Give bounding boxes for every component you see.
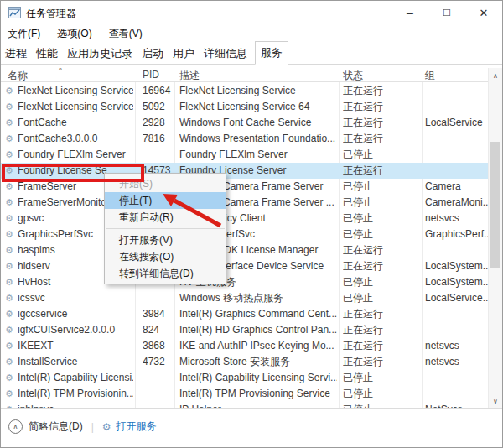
cell-description: Windows 移动热点服务 — [179, 290, 337, 306]
service-gear-icon: ⚙ — [5, 370, 13, 386]
cell-pid: 16964 — [143, 83, 173, 99]
table-row[interactable]: ⚙FlexNet Licensing Service...5092FlexNet… — [1, 99, 490, 115]
menu-item[interactable]: 转到详细信息(D) — [105, 265, 226, 282]
service-gear-icon: ⚙ — [5, 274, 13, 290]
menu-bar: 文件(F) 选项(O) 查看(V) — [1, 24, 502, 44]
cell-group: netsvcs — [425, 338, 489, 354]
service-gear-icon: ⚙ — [5, 147, 13, 163]
cell-group: LocalSystem... — [425, 258, 489, 274]
cell-status: 已停止 — [343, 386, 420, 402]
header-group[interactable]: 组 — [425, 69, 435, 83]
table-row[interactable]: ⚙Foundry License Se14573Foundry License … — [1, 163, 490, 179]
collapse-chevron-icon[interactable]: ∧ — [8, 419, 23, 434]
tab-app-history[interactable]: 应用历史记录 — [65, 43, 134, 64]
tab-processes[interactable]: 进程 — [3, 43, 29, 64]
table-row[interactable]: ⚙InstallService4732Microsoft Store 安装服务正… — [1, 354, 490, 370]
cell-name: FlexNet Licensing Service — [18, 83, 133, 99]
cell-description: Intel(R) TPM Provisioning Service — [179, 386, 337, 402]
cell-group: netsvcs — [425, 211, 489, 227]
cell-name: IKEEXT — [18, 338, 133, 354]
cell-status: 正在运行 — [343, 242, 420, 258]
scroll-down-icon[interactable]: ∨ — [489, 395, 502, 408]
context-menu: 开始(S)停止(T)重新启动(R)打开服务(V)在线搜索(O)转到详细信息(D) — [104, 173, 226, 284]
menu-separator — [106, 228, 225, 229]
table-row[interactable]: ⚙icssvcWindows 移动热点服务已停止LocalService... — [1, 290, 490, 306]
cell-name: FontCache — [18, 115, 133, 131]
menu-options[interactable]: 选项(O) — [57, 27, 91, 41]
cell-status: 正在运行 — [343, 258, 420, 274]
cell-group: GraphicsPerf... — [425, 227, 489, 242]
service-gear-icon: ⚙ — [5, 354, 13, 370]
detail-toggle-label[interactable]: 简略信息(D) — [29, 419, 83, 434]
header-description[interactable]: 描述 — [179, 69, 200, 83]
service-gear-icon: ⚙ — [5, 195, 13, 211]
tab-services[interactable]: 服务 — [255, 41, 288, 65]
cell-status: 正在运行 — [343, 131, 420, 147]
cell-status: 已停止 — [343, 274, 420, 290]
table-row[interactable]: ⚙IKEEXT3868IKE and AuthIP IPsec Keying M… — [1, 338, 490, 354]
table-row[interactable]: ⚙igfxCUIService2.0.0.0824Intel(R) HD Gra… — [1, 322, 490, 338]
service-gear-icon: ⚙ — [5, 322, 13, 338]
vertical-scrollbar[interactable]: ∧ ∨ — [488, 68, 502, 409]
table-row[interactable]: ⚙FrameServerMonitorWindows Camera Frame … — [1, 195, 490, 211]
service-gear-icon: ⚙ — [5, 211, 13, 227]
scrollbar-thumb[interactable] — [490, 142, 500, 268]
app-icon — [8, 7, 21, 18]
cell-name: InstallService — [18, 354, 133, 370]
cell-group: Camera — [425, 179, 489, 195]
minimize-button[interactable]: – — [392, 1, 428, 24]
table-row[interactable]: ⚙FontCache3.0.0.07816Windows Presentatio… — [1, 131, 490, 147]
task-manager-window: 任务管理器 – ☐ ✕ 文件(F) 选项(O) 查看(V) 进程性能应用历史记录… — [0, 0, 503, 448]
tab-performance[interactable]: 性能 — [34, 43, 60, 64]
cell-description: IKE and AuthIP IPsec Keying Mo... — [179, 338, 337, 354]
cell-group: LocalService... — [425, 290, 489, 306]
table-body: ⚙FlexNet Licensing Service16964FlexNet L… — [1, 83, 490, 409]
menu-item[interactable]: 重新启动(R) — [105, 209, 226, 226]
maximize-button[interactable]: ☐ — [428, 1, 465, 24]
table-row[interactable]: ⚙igccservice3984Intel(R) Graphics Comman… — [1, 306, 490, 322]
table-row[interactable]: ⚙HvHostHV 主机服务已停止LocalSystem... — [1, 274, 490, 290]
menu-file[interactable]: 文件(F) — [8, 27, 40, 41]
cell-pid: 3984 — [143, 306, 173, 322]
sort-ascending-icon: ∧ — [58, 68, 63, 72]
title-bar: 任务管理器 – ☐ ✕ — [1, 1, 502, 24]
cell-group: LocalSystem... — [425, 274, 489, 290]
tab-details[interactable]: 详细信息 — [202, 43, 249, 64]
menu-item[interactable]: 停止(T) — [105, 192, 226, 209]
table-row[interactable]: ⚙Intel(R) TPM Provisionin...Intel(R) TPM… — [1, 386, 490, 402]
header-pid[interactable]: PID — [143, 69, 159, 81]
cell-name: icssvc — [18, 290, 133, 306]
cell-group: LocalService — [425, 115, 489, 131]
table-row[interactable]: ⚙Foundry FLEXlm ServerFoundry FLEXlm Ser… — [1, 147, 490, 163]
table-row[interactable]: ⚙Intel(R) Capability Licensi...Intel(R) … — [1, 370, 490, 386]
cell-description: Microsoft Store 安装服务 — [179, 354, 337, 370]
table-row[interactable]: ⚙hasplmsSentinel LDK License Manager正在运行 — [1, 242, 490, 258]
close-button[interactable]: ✕ — [465, 1, 502, 24]
cell-description: FlexNet Licensing Service 64 — [179, 99, 337, 115]
table-row[interactable]: ⚙FrameServerWindows Camera Frame Server已… — [1, 179, 490, 195]
table-row[interactable]: ⚙GraphicsPerfSvcGraphicsPerfSvc已停止Graphi… — [1, 227, 490, 242]
open-services-label: 打开服务 — [117, 419, 157, 434]
services-table: ∧ 名称 PID 描述 状态 组 ⚙FlexNet Licensing Serv… — [1, 68, 490, 409]
table-row[interactable]: ⚙gpsvcGroup Policy Client已停止netsvcs — [1, 211, 490, 227]
table-row[interactable]: ⚙FontCache2928Windows Font Cache Service… — [1, 115, 490, 131]
cell-description: Windows Presentation Foundatio... — [179, 131, 337, 147]
table-row[interactable]: ⚙FlexNet Licensing Service16964FlexNet L… — [1, 83, 490, 99]
header-status[interactable]: 状态 — [343, 69, 363, 83]
cell-name: Intel(R) TPM Provisionin... — [18, 386, 133, 402]
open-services-button[interactable]: ⚙ 打开服务 — [102, 419, 157, 434]
menu-item[interactable]: 打开服务(V) — [105, 232, 226, 248]
table-row[interactable]: ⚙hidservHuman Interface Device Service正在… — [1, 258, 490, 274]
service-gear-icon: ⚙ — [5, 386, 13, 402]
service-gear-icon: ⚙ — [5, 242, 13, 258]
header-name[interactable]: 名称 — [8, 69, 28, 83]
menu-item[interactable]: 在线搜索(O) — [105, 248, 226, 265]
status-bar: ∧ 简略信息(D) | ⚙ 打开服务 — [1, 408, 502, 447]
cell-name: Foundry FLEXlm Server — [18, 147, 133, 163]
tab-startup[interactable]: 启动 — [140, 43, 165, 64]
menu-view[interactable]: 查看(V) — [109, 27, 143, 41]
scroll-up-icon[interactable]: ∧ — [489, 70, 502, 82]
cell-pid: 3868 — [143, 338, 173, 354]
tab-users[interactable]: 用户 — [171, 43, 196, 64]
cell-description: Intel(R) Graphics Command Cent... — [179, 306, 337, 322]
